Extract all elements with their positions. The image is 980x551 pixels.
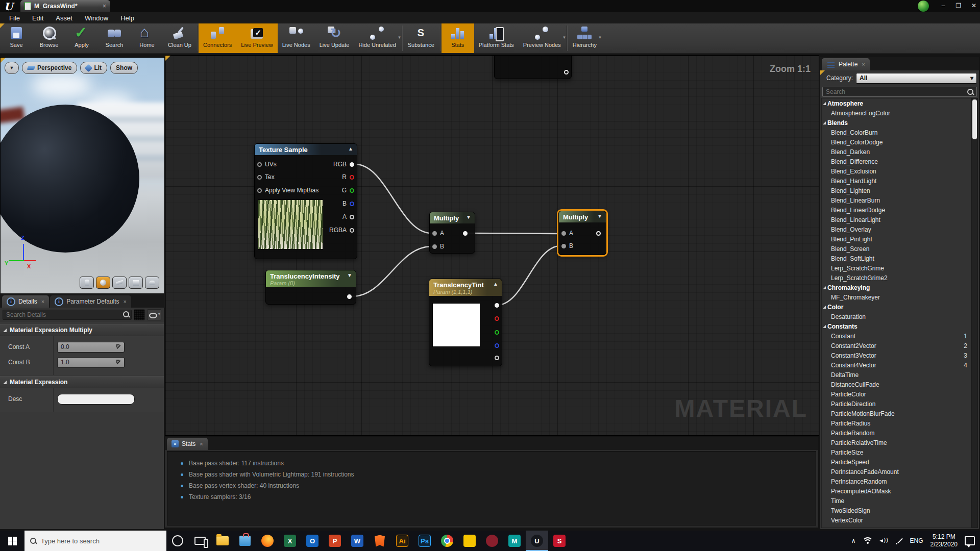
taskbar-app-unreal-editor[interactable]: U xyxy=(526,531,548,551)
toolbar-button-home[interactable]: Home xyxy=(131,23,163,53)
node-pin-tex[interactable] xyxy=(257,175,262,180)
palette-item-vertexcolor[interactable]: VertexColor xyxy=(822,515,971,525)
chevron-down-icon[interactable]: ▾ xyxy=(599,35,601,40)
property-value-field[interactable]: 0.0 xyxy=(57,342,125,353)
category-dropdown[interactable]: All xyxy=(856,73,977,84)
taskbar-app-word[interactable]: W xyxy=(346,531,369,551)
toolbar-button-search[interactable]: Search xyxy=(98,23,131,53)
node-pin-b[interactable] xyxy=(350,202,354,206)
palette-item-blend_lighten[interactable]: Blend_Lighten xyxy=(822,186,971,195)
palette-item-particlemotionblurfade[interactable]: ParticleMotionBlurFade xyxy=(822,409,971,418)
palette-item-blend_linearburn[interactable]: Blend_LinearBurn xyxy=(822,195,971,205)
chevron-down-icon[interactable]: ▾ xyxy=(398,35,401,40)
notification-center-icon[interactable] xyxy=(965,536,975,545)
details-tab-parameter-defaults[interactable]: iParameter Defaults× xyxy=(50,295,131,308)
taskbar-app-store[interactable] xyxy=(234,531,256,551)
node-pin-rgba[interactable] xyxy=(350,228,354,233)
node-pin-a[interactable] xyxy=(432,231,437,236)
wifi-icon[interactable] xyxy=(863,537,872,544)
perspective-button[interactable]: Perspective xyxy=(22,62,77,74)
connection-wire[interactable] xyxy=(469,233,559,234)
connection-wire[interactable] xyxy=(497,246,560,305)
connection-wire[interactable] xyxy=(355,164,431,233)
graph-node-texture-sample[interactable]: Texture Sample▲UVsTexApply View MipBiasR… xyxy=(254,143,357,259)
palette-search-input[interactable] xyxy=(822,87,977,97)
section-header[interactable]: Material Expression xyxy=(0,376,164,388)
taskbar-app-photoshop[interactable]: Ps xyxy=(413,531,436,551)
palette-item-constant4vector[interactable]: Constant4Vector4 xyxy=(822,360,971,370)
palette-item-lerp_scratchgrime[interactable]: Lerp_ScratchGrime xyxy=(822,263,971,273)
menu-item-help[interactable]: Help xyxy=(114,13,140,23)
menu-item-window[interactable]: Window xyxy=(79,13,114,23)
node-pin[interactable] xyxy=(596,231,601,236)
taskbar-app-sticky-notes[interactable] xyxy=(458,531,481,551)
palette-item-time[interactable]: Time xyxy=(822,496,971,506)
taskbar-app-app-red[interactable] xyxy=(481,531,503,551)
minimize-button[interactable]: – xyxy=(939,2,947,9)
taskbar-app-illustrator[interactable]: Ai xyxy=(391,531,413,551)
toolbar-button-livepreview[interactable]: Live Preview xyxy=(236,23,277,53)
menu-item-asset[interactable]: Asset xyxy=(50,13,79,23)
node-header[interactable]: TranslucencyIntensityParam (0)▼ xyxy=(266,270,356,287)
tray-expand-icon[interactable]: ∧ xyxy=(851,537,856,544)
palette-item-perinstancerandom[interactable]: PerInstanceRandom xyxy=(822,477,971,486)
toolbar-button-platformstats[interactable]: Platform Stats xyxy=(474,23,519,53)
taskbar-search-box[interactable]: Type here to search xyxy=(24,531,166,551)
node-header[interactable]: Multiply▼ xyxy=(430,212,475,223)
toolbar-button-substance[interactable]: Substance xyxy=(403,23,439,53)
palette-item-precomputedaomask[interactable]: PrecomputedAOMask xyxy=(822,486,971,496)
details-search-input[interactable] xyxy=(3,310,132,320)
palette-item-distancecullfade[interactable]: DistanceCullFade xyxy=(822,380,971,389)
palette-item-lerp_scratchgrime2[interactable]: Lerp_ScratchGrime2 xyxy=(822,273,971,283)
language-indicator[interactable]: ENG xyxy=(910,537,923,544)
node-header[interactable]: Multiply▼ xyxy=(559,211,606,222)
palette-item-constant[interactable]: Constant1 xyxy=(822,331,971,341)
collapse-arrow-icon[interactable]: ▲ xyxy=(493,281,498,287)
taskbar-app-cortana[interactable] xyxy=(166,531,189,551)
property-text-field[interactable] xyxy=(57,394,135,405)
preview-shape-cube-button[interactable] xyxy=(129,277,143,289)
section-header[interactable]: Material Expression Multiply xyxy=(0,324,164,336)
palette-scrollbar[interactable] xyxy=(971,98,978,528)
start-button[interactable] xyxy=(0,531,24,551)
toolbar-button-liveupdate[interactable]: Live Update xyxy=(315,23,354,53)
pen-icon[interactable] xyxy=(896,537,903,544)
taskbar-app-outlook[interactable]: O xyxy=(301,531,324,551)
palette-category-color[interactable]: Color xyxy=(822,302,971,312)
toolbar-button-hideunrelated[interactable]: Hide Unrelated▾ xyxy=(354,23,400,53)
palette-item-blend_lineardodge[interactable]: Blend_LinearDodge xyxy=(822,205,971,215)
graph-node-multiply-1[interactable]: Multiply▼AB xyxy=(429,212,475,254)
node-pin[interactable] xyxy=(347,294,352,299)
maximize-button[interactable]: ❐ xyxy=(954,2,963,9)
property-value-field[interactable]: 1.0 xyxy=(57,357,125,368)
palette-item-viewproperty[interactable]: ViewProperty xyxy=(822,525,971,528)
toolbar-button-hierarchy[interactable]: Hierarchy▾ xyxy=(568,23,601,53)
node-pin-uvs[interactable] xyxy=(257,162,262,167)
taskbar-app-powerpoint[interactable]: P xyxy=(324,531,346,551)
preview-shape-plane-button[interactable] xyxy=(112,277,127,289)
taskbar-app-chrome[interactable] xyxy=(436,531,458,551)
preview-shape-cylinder-button[interactable] xyxy=(80,277,94,289)
palette-category-constants[interactable]: Constants xyxy=(822,321,971,331)
chevron-down-icon[interactable]: ▾ xyxy=(563,35,566,40)
node-pin-b[interactable] xyxy=(432,244,437,249)
asset-tab-close-icon[interactable]: × xyxy=(103,3,106,10)
palette-category-chromakeying[interactable]: Chromakeying xyxy=(822,283,971,292)
collapse-arrow-icon[interactable]: ▲ xyxy=(348,146,353,152)
graph-node-translcency-tint[interactable]: TranslcencyTintParam (1,1,1,1)▲ xyxy=(429,279,502,366)
palette-item-blend_exclusion[interactable]: Blend_Exclusion xyxy=(822,166,971,176)
palette-item-constant2vector[interactable]: Constant2Vector2 xyxy=(822,341,971,350)
palette-item-particlerelativetime[interactable]: ParticleRelativeTime xyxy=(822,438,971,447)
node-pin[interactable] xyxy=(495,343,499,348)
palette-item-blend_darken[interactable]: Blend_Darken xyxy=(822,147,971,157)
preview-viewport[interactable]: ▼ Perspective Lit Show Z X Y xyxy=(0,57,165,294)
palette-item-blend_difference[interactable]: Blend_Difference xyxy=(822,157,971,166)
graph-node-multiply-2-selected[interactable]: Multiply▼AB xyxy=(558,211,606,255)
palette-item-particledirection[interactable]: ParticleDirection xyxy=(822,399,971,409)
scrollbar-thumb[interactable] xyxy=(972,99,977,139)
taskbar-app-file-explorer[interactable] xyxy=(211,531,234,551)
palette-item-particlerandom[interactable]: ParticleRandom xyxy=(822,428,971,438)
palette-item-deltatime[interactable]: DeltaTime xyxy=(822,370,971,380)
material-graph-canvas[interactable]: Zoom 1:1 MATERIAL Texture Sample▲UVsTexA… xyxy=(165,55,819,436)
palette-tab-close-icon[interactable]: × xyxy=(862,61,865,67)
